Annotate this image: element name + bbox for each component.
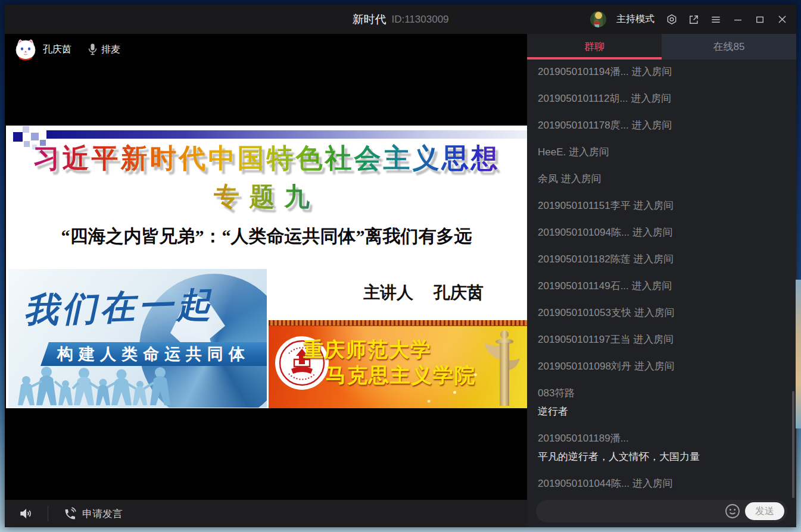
video-stage: 孔庆茵 排麦 习近平新时代中国特色 (5, 34, 527, 527)
slide-title-line1: 习近平新时代中国特色社会主义思想 (6, 140, 527, 176)
chat-panel: 群聊 在线85 2019050101194潘... 进入房间2019050101… (527, 34, 796, 527)
room-title: 新时代 (352, 12, 386, 27)
chat-system-message: 余凤 进入房间 (538, 173, 796, 186)
divider (48, 506, 48, 521)
chat-message-sender: 2019050101189潘... (538, 432, 796, 445)
chat-system-message: 2019050101178庹... 进入房间 (538, 119, 796, 132)
phone-call-icon (63, 506, 77, 521)
chat-system-message: 2019050101151李平 进入房间 (538, 199, 796, 212)
banner-border-pattern (269, 320, 527, 326)
chat-message-sender: 083符路 (538, 387, 796, 400)
chat-message-text: 逆行者 (538, 405, 796, 418)
chat-system-message: 2019050101194潘... 进入房间 (538, 65, 796, 79)
chat-input[interactable] (544, 506, 725, 517)
slide-decoration (23, 126, 29, 133)
mic-queue[interactable]: 排麦 (88, 43, 120, 56)
chat-system-message: 2019050101182陈莲 进入房间 (538, 253, 796, 266)
slide-title-line2: 专题九 (6, 180, 527, 214)
room-id: ID:11303009 (391, 14, 448, 26)
chat-system-message: 2019050101098刘丹 进入房间 (538, 360, 796, 373)
host-mode-label[interactable]: 主持模式 (616, 13, 654, 26)
chat-system-message: 2019050101149石... 进入房间 (538, 280, 796, 293)
tab-online-users[interactable]: 在线85 (662, 34, 796, 60)
request-speak-label: 申请发言 (82, 507, 123, 521)
chat-input-box[interactable]: 发送 (536, 500, 787, 522)
speaker-icon[interactable] (18, 506, 33, 521)
host-avatar-image (590, 11, 606, 27)
slide-presenter-name: 孔庆茵 (434, 281, 484, 304)
chat-message-list[interactable]: 2019050101194潘... 进入房间2019050101112胡... … (527, 60, 796, 495)
chat-system-message: 2019050101044陈... 进入房间 (538, 477, 796, 490)
settings-gear-icon[interactable] (666, 14, 678, 26)
stage-control-bar: 申请发言 (5, 500, 527, 527)
banner-university-name: 重庆师范大学 (303, 336, 432, 364)
chat-system-message: 2019050101053支快 进入房间 (538, 306, 796, 320)
host-avatar[interactable] (590, 11, 606, 27)
chat-system-message: HeeE. 进入房间 (538, 146, 796, 159)
slide-decoration-bar (46, 130, 527, 139)
chat-input-bar: 发送 (527, 495, 796, 527)
chat-message-text: 平凡的逆行者，人文情怀，大国力量 (538, 450, 796, 464)
chat-tabs: 群聊 在线85 (527, 34, 796, 60)
chat-system-message: 2019050101112胡... 进入房间 (538, 92, 796, 105)
people-silhouettes-image (15, 358, 200, 406)
university-banner-image: 重庆师范大学 马克思主义学院 (269, 320, 527, 408)
pop-out-icon[interactable] (688, 14, 700, 26)
slide-presenter-prefix: 主讲人 (363, 281, 413, 304)
presentation-slide: 习近平新时代中国特色社会主义思想 专题九 “四海之内皆兄弟”：“人类命运共同体”… (6, 126, 527, 408)
presenter-avatar[interactable] (14, 38, 37, 61)
send-button[interactable]: 发送 (745, 502, 784, 520)
slide-subtitle: “四海之内皆兄弟”：“人类命运共同体”离我们有多远 (6, 224, 527, 249)
mic-queue-label: 排麦 (101, 43, 120, 56)
slide-decoration (31, 133, 39, 140)
app-window: 新时代 ID:11303009 主持模式 (5, 5, 796, 527)
chat-scrollbar[interactable] (792, 391, 794, 498)
close-icon[interactable] (776, 14, 788, 26)
tab-group-chat[interactable]: 群聊 (527, 34, 662, 60)
maximize-icon[interactable] (754, 14, 766, 26)
chat-system-message: 2019050101197王当 进入房间 (538, 333, 796, 346)
chat-system-message: 2019050101094陈... 进入房间 (538, 226, 796, 239)
mic-icon (88, 43, 97, 55)
presenter-name: 孔庆茵 (43, 43, 71, 56)
slide-presenter-line: 主讲人 孔庆茵 (363, 281, 484, 304)
huabiao-column-graphic (482, 328, 523, 406)
request-speak-button[interactable]: 申请发言 (63, 506, 123, 521)
community-poster-image: 我们在一起 构建人类命运共同体 (8, 269, 267, 408)
minimize-icon[interactable] (732, 14, 744, 26)
desktop: { "window": { "title": "新时代", "room_id":… (0, 0, 801, 532)
emoji-icon[interactable] (725, 503, 740, 519)
banner-school-name: 马克思主义学院 (326, 362, 476, 389)
menu-icon[interactable] (710, 14, 722, 26)
poster-headline: 我们在一起 (23, 281, 216, 334)
title-bar: 新时代 ID:11303009 主持模式 (5, 5, 796, 34)
